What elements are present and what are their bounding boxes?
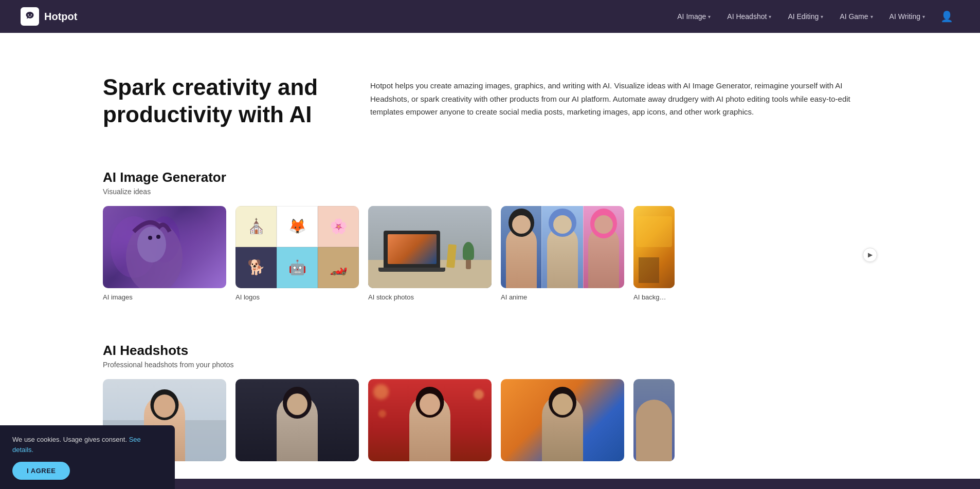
hero-right: Hotpot helps you create amazing images, … bbox=[370, 74, 877, 119]
card-headshot-5[interactable] bbox=[633, 379, 675, 465]
chevron-down-icon: ▾ bbox=[708, 14, 711, 20]
card-label-ai-anime: AI anime bbox=[501, 293, 527, 301]
nav-item-ai-game[interactable]: AI Game ▾ bbox=[832, 8, 880, 25]
nav-item-ai-headshot[interactable]: AI Headshot ▾ bbox=[720, 8, 778, 25]
card-image-ai-stock bbox=[368, 206, 492, 288]
logo-cell-fox: 🦊 bbox=[277, 206, 318, 247]
svg-point-0 bbox=[28, 14, 29, 15]
card-headshot-2[interactable] bbox=[235, 379, 359, 465]
nav-menu: AI Image ▾ AI Headshot ▾ AI Editing ▾ AI… bbox=[670, 6, 959, 27]
card-label-ai-background: AI backg… bbox=[633, 293, 666, 301]
chevron-down-icon: ▾ bbox=[922, 14, 925, 20]
cookie-text: We use cookies. Usage gives consent. See… bbox=[12, 435, 162, 455]
card-label-ai-images: AI images bbox=[103, 293, 133, 301]
logos-grid-placeholder: ⛪ 🦊 🌸 🐕 🤖 🏎️ bbox=[235, 206, 359, 288]
logo-cell-corgi: 🐕 bbox=[235, 247, 277, 288]
card-image-headshot-3 bbox=[368, 379, 492, 461]
ai-headshots-subtitle: Professional headshots from your photos bbox=[103, 361, 877, 369]
hero-section: Spark creativity and productivity with A… bbox=[0, 33, 980, 159]
anime-image-placeholder bbox=[501, 206, 624, 288]
logo-cell-flower: 🌸 bbox=[318, 206, 359, 247]
nav-item-ai-image[interactable]: AI Image ▾ bbox=[670, 8, 718, 25]
card-ai-logos[interactable]: ⛪ 🦊 🌸 🐕 🤖 🏎️ AI logos bbox=[235, 206, 359, 302]
card-headshot-4[interactable] bbox=[501, 379, 624, 465]
logo-link[interactable]: Hotpot bbox=[21, 7, 77, 26]
card-ai-anime[interactable]: AI anime bbox=[501, 206, 624, 302]
card-image-ai-anime bbox=[501, 206, 624, 288]
card-ai-background[interactable]: AI backg… bbox=[633, 206, 675, 302]
logo-text: Hotpot bbox=[44, 11, 77, 23]
navbar: Hotpot AI Image ▾ AI Headshot ▾ AI Editi… bbox=[0, 0, 980, 33]
image-cards-wrapper: AI images ⛪ 🦊 🌸 🐕 🤖 🏎️ AI logos bbox=[103, 206, 877, 307]
bg-image-placeholder bbox=[633, 206, 675, 288]
stock-image-placeholder bbox=[368, 206, 492, 288]
ai-image-title: AI Image Generator bbox=[103, 170, 877, 185]
logo-cell-church: ⛪ bbox=[235, 206, 277, 247]
svg-point-6 bbox=[148, 236, 152, 240]
card-image-ai-images bbox=[103, 206, 226, 288]
ai-headshots-title: AI Headshots bbox=[103, 343, 877, 359]
card-label-ai-stock: AI stock photos bbox=[368, 293, 414, 301]
hero-title: Spark creativity and productivity with A… bbox=[103, 74, 339, 128]
nav-item-ai-writing[interactable]: AI Writing ▾ bbox=[882, 8, 932, 25]
svg-point-5 bbox=[137, 227, 166, 262]
hero-left: Spark creativity and productivity with A… bbox=[103, 74, 339, 128]
card-label-ai-logos: AI logos bbox=[235, 293, 260, 301]
headshot-cards-row bbox=[103, 379, 877, 471]
headshot-cards-wrapper bbox=[103, 379, 877, 471]
image-cards-row: AI images ⛪ 🦊 🌸 🐕 🤖 🏎️ AI logos bbox=[103, 206, 877, 307]
cookie-agree-button[interactable]: I AGREE bbox=[12, 462, 70, 480]
hero-description: Hotpot helps you create amazing images, … bbox=[370, 79, 877, 119]
svg-point-7 bbox=[156, 235, 160, 239]
card-headshot-3[interactable] bbox=[368, 379, 492, 465]
card-ai-images[interactable]: AI images bbox=[103, 206, 226, 302]
chevron-down-icon: ▾ bbox=[821, 14, 823, 20]
fantasy-image-placeholder bbox=[103, 206, 226, 288]
ai-image-subtitle: Visualize ideas bbox=[103, 187, 877, 196]
card-image-headshot-4 bbox=[501, 379, 624, 461]
logo-icon bbox=[21, 7, 39, 26]
logo-cell-robot: 🤖 bbox=[277, 247, 318, 288]
card-image-ai-background bbox=[633, 206, 675, 288]
chevron-down-icon: ▾ bbox=[870, 14, 873, 20]
logo-cell-car: 🏎️ bbox=[318, 247, 359, 288]
cookie-banner: We use cookies. Usage gives consent. See… bbox=[0, 425, 175, 489]
chevron-down-icon: ▾ bbox=[769, 14, 771, 20]
scroll-right-arrow[interactable]: ▶ bbox=[863, 248, 877, 262]
card-ai-stock[interactable]: AI stock photos bbox=[368, 206, 492, 302]
card-image-headshot-5 bbox=[633, 379, 675, 461]
svg-point-1 bbox=[31, 14, 32, 15]
ai-image-section: AI Image Generator Visualize ideas bbox=[0, 159, 980, 327]
card-image-ai-logos: ⛪ 🦊 🌸 🐕 🤖 🏎️ bbox=[235, 206, 359, 288]
card-image-headshot-2 bbox=[235, 379, 359, 461]
nav-item-ai-editing[interactable]: AI Editing ▾ bbox=[781, 8, 830, 25]
user-icon[interactable]: 👤 bbox=[934, 6, 959, 27]
